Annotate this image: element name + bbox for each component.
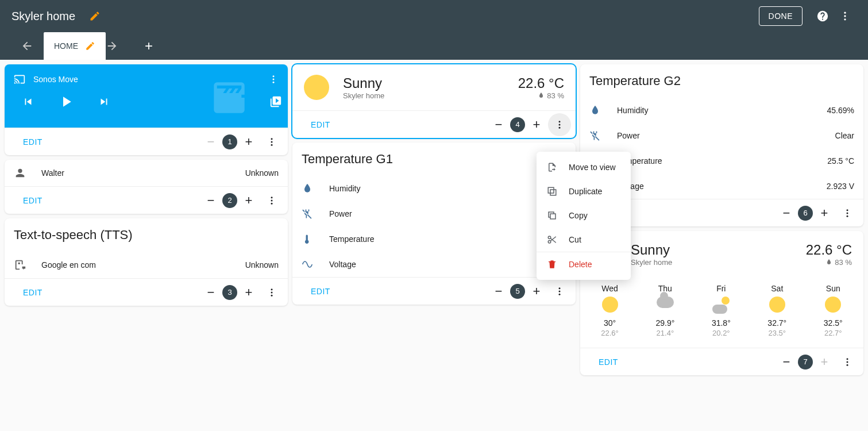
edit-button[interactable]: EDIT xyxy=(297,120,344,129)
svg-point-32 xyxy=(847,364,848,365)
pencil-icon[interactable] xyxy=(85,41,95,51)
voltage-value: 2.923 V xyxy=(827,182,854,191)
svg-point-8 xyxy=(271,141,273,143)
movie-icon xyxy=(211,79,248,116)
weather-location: Skyler home xyxy=(631,258,792,267)
position-badge: 4 xyxy=(510,117,525,132)
edit-button[interactable]: EDIT xyxy=(585,357,632,367)
skip-prev-icon[interactable] xyxy=(22,95,34,108)
tts-card[interactable]: Text-to-speech (TTS) Google en com Unkno… xyxy=(5,218,288,306)
move-up-icon[interactable]: − xyxy=(199,130,222,153)
temperature-value: 25.5 °C xyxy=(827,156,854,166)
svg-point-27 xyxy=(847,209,848,211)
person-state: Unknown xyxy=(245,168,279,178)
edit-button[interactable]: EDIT xyxy=(297,287,344,296)
position-badge: 1 xyxy=(222,134,237,149)
help-icon[interactable] xyxy=(816,10,829,22)
move-up-icon[interactable]: − xyxy=(199,281,222,304)
card-options-icon[interactable] xyxy=(260,189,283,212)
position-badge: 7 xyxy=(798,355,813,370)
skip-next-icon[interactable] xyxy=(98,95,110,108)
dashboard-grid: Sonos Move EDIT − 1 + xyxy=(0,60,868,380)
voltage-label: Voltage xyxy=(617,182,813,191)
svg-rect-22 xyxy=(548,187,554,193)
move-up-icon[interactable]: − xyxy=(775,202,798,225)
move-up-icon[interactable]: − xyxy=(487,280,510,303)
menu-cut[interactable]: Cut xyxy=(537,228,631,252)
humidity-label: Humidity xyxy=(329,184,566,193)
play-icon[interactable] xyxy=(57,93,75,110)
card-options-icon[interactable] xyxy=(836,351,859,374)
edit-button[interactable]: EDIT xyxy=(9,288,56,297)
weather-state: Sunny xyxy=(631,242,792,258)
person-name: Walter xyxy=(41,168,232,178)
media-player-card[interactable]: Sonos Move EDIT − 1 + xyxy=(5,64,288,155)
move-up-icon[interactable]: − xyxy=(199,189,222,212)
forecast-day: Sun32.5°22.7° xyxy=(824,284,843,337)
browse-media-icon[interactable] xyxy=(269,95,282,108)
svg-point-14 xyxy=(271,291,273,293)
forecast-day: Thu29.9°21.4° xyxy=(655,284,674,337)
svg-point-21 xyxy=(559,293,561,295)
move-up-icon[interactable]: − xyxy=(487,113,510,136)
svg-point-11 xyxy=(271,199,273,201)
move-down-icon[interactable]: + xyxy=(525,280,548,303)
menu-move-to-view[interactable]: Move to view xyxy=(537,155,631,179)
card-options-icon[interactable] xyxy=(260,281,283,304)
add-tab-icon[interactable]: + xyxy=(145,38,153,54)
dashboard-title: Skyler home xyxy=(11,10,75,23)
app-header: Skyler home DONE HOME + xyxy=(0,0,868,60)
person-card[interactable]: Walter Unknown EDIT − 2 + xyxy=(5,160,288,214)
svg-point-30 xyxy=(847,358,848,360)
card-options-icon[interactable] xyxy=(548,280,571,303)
svg-point-15 xyxy=(271,294,273,296)
card-title: Temperature G1 xyxy=(292,143,576,176)
weather-icon xyxy=(769,297,786,314)
svg-point-26 xyxy=(548,241,551,244)
weather-card[interactable]: Sunny Skyler home 22.6 °C 83 % EDIT − 4 … xyxy=(292,64,576,138)
svg-point-12 xyxy=(271,202,273,204)
card-options-icon[interactable] xyxy=(548,113,571,136)
svg-point-9 xyxy=(271,144,273,145)
entities-card-g1[interactable]: Temperature G1 Humidity Power Temperatur… xyxy=(292,143,576,305)
move-up-icon[interactable]: − xyxy=(775,351,798,374)
pencil-icon[interactable] xyxy=(89,10,101,22)
svg-point-1 xyxy=(844,15,846,17)
svg-point-29 xyxy=(847,215,848,217)
move-down-icon[interactable]: + xyxy=(237,189,260,212)
menu-delete[interactable]: Delete xyxy=(537,252,631,276)
edit-button[interactable]: EDIT xyxy=(9,196,56,205)
svg-point-28 xyxy=(847,212,848,214)
tab-bar: HOME + xyxy=(5,32,863,60)
svg-point-17 xyxy=(559,124,561,125)
card-options-icon[interactable] xyxy=(260,130,283,153)
svg-point-16 xyxy=(559,121,561,122)
svg-rect-24 xyxy=(550,214,555,219)
menu-duplicate[interactable]: Duplicate xyxy=(537,179,631,203)
card-menu-icon[interactable] xyxy=(268,74,279,84)
weather-humidity: 83 % xyxy=(806,258,852,267)
edit-button[interactable]: EDIT xyxy=(9,137,56,147)
tab-next-icon[interactable] xyxy=(106,40,129,52)
svg-rect-23 xyxy=(550,190,556,195)
overflow-menu-icon[interactable] xyxy=(834,5,857,28)
done-button[interactable]: DONE xyxy=(759,6,803,26)
move-down-icon[interactable]: + xyxy=(813,202,836,225)
svg-point-18 xyxy=(559,126,561,128)
move-down-icon[interactable]: + xyxy=(813,351,836,374)
svg-point-10 xyxy=(271,197,273,198)
move-down-icon[interactable]: + xyxy=(237,130,260,153)
weather-icon xyxy=(824,297,842,314)
move-down-icon[interactable]: + xyxy=(237,281,260,304)
tab-prev-icon[interactable] xyxy=(21,40,44,52)
trash-icon xyxy=(547,259,558,270)
svg-point-31 xyxy=(847,361,848,363)
menu-copy[interactable]: Copy xyxy=(537,203,631,228)
move-down-icon[interactable]: + xyxy=(525,113,548,136)
sun-icon xyxy=(304,75,329,100)
tab-home[interactable]: HOME xyxy=(44,32,106,60)
duplicate-icon xyxy=(547,186,558,197)
svg-point-2 xyxy=(844,18,846,20)
card-options-icon[interactable] xyxy=(836,202,859,225)
power-label: Power xyxy=(329,209,566,218)
